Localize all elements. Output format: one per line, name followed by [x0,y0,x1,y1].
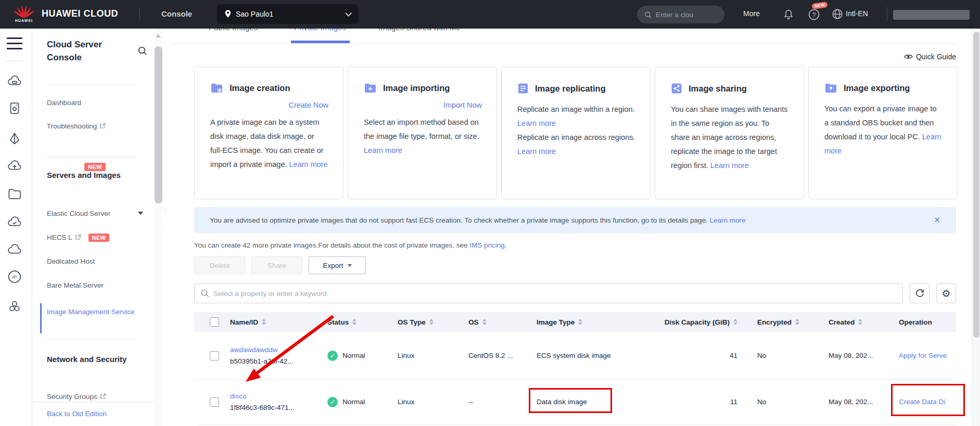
row-checkbox[interactable] [210,351,219,360]
region-selector[interactable]: Sao Paulo1 [217,4,358,24]
file-lines-icon [517,83,529,94]
account-name-redacted[interactable] [893,10,970,20]
eye-icon [904,54,913,60]
location-pin-icon [224,9,232,19]
page-scrollbar-thumb[interactable] [973,32,979,338]
column-header-status[interactable]: Status [327,318,398,326]
card-body: You can export a private image to a stan… [824,102,943,158]
sidebar-item-security-groups[interactable]: Security Groups [47,393,106,401]
select-all-checkbox[interactable] [210,317,219,327]
sidebar-item-bare-metal-server[interactable]: Bare Metal Server [47,281,104,289]
cloud-check-icon[interactable] [7,215,22,230]
image-id: 1f8f46c3-689c-471... [230,404,295,411]
image-name-link[interactable]: disco [230,392,247,400]
column-header-disk-capacity[interactable]: Disk Capacity (GiB) [655,318,742,326]
divider [5,61,24,61]
learn-more-link[interactable]: Learn more [517,119,556,127]
created-value: May 08, 202... [829,352,899,359]
status-label: Normal [342,352,365,359]
cloud-upload-icon[interactable] [7,159,22,174]
console-link[interactable]: Console [161,9,192,18]
quick-guide-link[interactable]: Quick Guide [904,53,956,61]
quota-text: You can create 42 more private images.Fo… [194,241,469,249]
active-tab-underline [291,41,350,43]
notifications-bell-icon[interactable] [783,8,794,21]
sidebar-scrollbar-thumb[interactable] [155,46,162,203]
refresh-button[interactable] [910,283,930,303]
column-header-created[interactable]: Created [829,318,899,326]
import-now-link[interactable]: Import Now [364,101,482,109]
banner-learn-more-link[interactable]: Learn more [710,216,746,224]
beacon-icon[interactable] [7,131,22,147]
language-globe-icon[interactable] [832,8,843,20]
hecs-label: HECS L [47,234,72,241]
column-header-os[interactable]: OS [468,318,537,326]
menu-icon[interactable] [7,37,22,51]
column-header-image-type[interactable]: Image Type [537,318,655,326]
eip-icon[interactable]: IP [7,269,22,285]
cloud-server-icon[interactable] [7,74,22,89]
more-menu[interactable]: More [743,9,760,18]
card-body: You can share images with tenants in the… [671,102,789,173]
sidebar-item-dashboard[interactable]: Dashboard [47,99,81,107]
quick-guide-label: Quick Guide [916,53,956,61]
divider [46,339,138,340]
card-text: Select an import method based on the ima… [364,118,479,140]
cloud-icon[interactable] [7,242,22,258]
tab-shared-images[interactable]: Images Shared with Me [378,29,461,33]
main-content: Public Images Private Images Images Shar… [166,29,956,426]
language-selector[interactable]: Intl-EN [846,9,868,18]
create-now-link[interactable]: Create Now [210,101,328,109]
chevron-down-icon[interactable] [138,212,143,215]
sidebar-item-troubleshooting[interactable]: Troubleshooting [47,122,106,130]
ims-pricing-link[interactable]: IMS pricing [469,241,505,249]
filter-search-box[interactable] [194,283,903,303]
row-checkbox[interactable] [210,397,219,407]
status-normal-icon: ✓ [327,351,338,361]
sidebar-search-icon[interactable] [138,46,147,56]
learn-more-link[interactable]: Learn more [710,161,749,170]
global-search-input[interactable] [656,11,717,19]
column-header-name-id[interactable]: Name/ID [230,318,327,326]
external-link-icon [100,393,106,399]
global-search[interactable] [637,6,724,23]
export-button[interactable]: Export [309,256,366,274]
help-icon[interactable]: ? [808,8,820,21]
sidebar-item-dedicated-host[interactable]: Dedicated Host [47,257,95,265]
create-data-disk-link[interactable]: Create Data Di [899,398,945,406]
ecs-label: Elastic Cloud Server [47,210,110,217]
back-to-old-edition-link[interactable]: Back to Old Edition [47,410,107,418]
apply-for-server-link[interactable]: Apply for Serve [899,352,947,359]
sidebar-item-elastic-cloud-server[interactable]: Elastic Cloud Server [47,210,110,217]
close-icon[interactable]: ✕ [934,215,940,225]
tab-public-images[interactable]: Public Images [209,29,258,33]
disk-capacity-value: 11 [655,398,742,406]
image-name-link[interactable]: awdawdawddw [230,346,278,354]
share-icon [671,83,682,94]
cloud-disk-icon[interactable] [7,100,22,116]
column-header-encrypted[interactable]: Encrypted [742,318,829,326]
image-type-value: Data disk image [537,398,655,406]
sidebar-item-hecs[interactable]: HECS L NEW [47,234,109,242]
table-row: disco 1f8f46c3-689c-471... ✓Normal Linux… [194,380,956,424]
gear-icon: ⚙ [941,288,950,300]
tab-private-images[interactable]: Private Images [294,29,346,33]
learn-more-link[interactable]: Learn more [517,147,556,156]
icon-rail: IP [0,29,32,426]
delete-button[interactable]: Delete [194,256,245,274]
learn-more-link[interactable]: Learn more [289,160,328,169]
settings-button[interactable]: ⚙ [936,283,956,303]
filter-input[interactable] [213,290,896,298]
status-label: Normal [342,398,365,406]
column-header-os-type[interactable]: OS Type [398,318,468,326]
learn-more-link[interactable]: Learn more [364,146,402,154]
scroll-up-arrow[interactable] [156,34,161,37]
cluster-icon[interactable] [7,299,22,314]
sort-icon [352,319,357,325]
share-button[interactable]: Share [251,256,302,274]
folder-icon[interactable] [7,186,22,202]
images-table: Name/ID Status OS Type OS Image Type Dis… [194,312,956,424]
svg-text:IP: IP [12,275,17,280]
filter-row: ⚙ [194,283,956,303]
sidebar-item-image-management-service[interactable]: Image Management Service [47,304,135,320]
